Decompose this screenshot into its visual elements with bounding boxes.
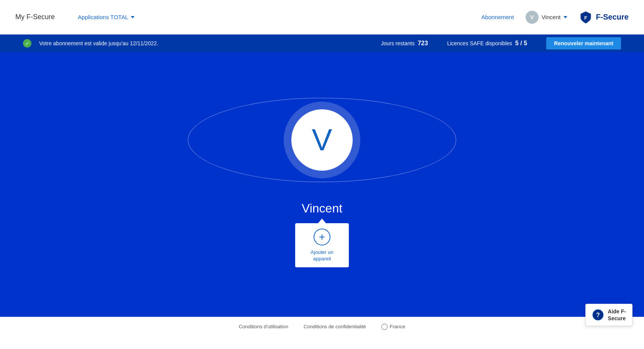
renew-button[interactable]: Renouveler maintenant <box>546 37 621 49</box>
orbit-container: V <box>184 86 460 194</box>
applications-label: Applications TOTAL <box>78 14 128 20</box>
fsecure-logo-text: F-Secure <box>596 13 629 21</box>
licences-label: Licences SAFE disponibles <box>447 40 512 46</box>
jours-label: Jours restants <box>381 40 415 46</box>
add-device-card[interactable]: + Ajouter un appareil <box>295 223 349 267</box>
footer-privacy[interactable]: Conditions de confidentialité <box>304 324 366 329</box>
main-content: V Vincent + Ajouter un appareil <box>0 52 644 317</box>
header-right: Abonnement V Vincent F F-Secure <box>481 10 629 24</box>
region-label: France <box>390 324 405 329</box>
licences-safe: Licences SAFE disponibles 5 / 5 <box>447 40 527 47</box>
help-label: Aide F- Secure <box>608 308 626 322</box>
globe-icon <box>381 324 388 330</box>
licences-value: 5 / 5 <box>515 40 527 47</box>
nav-abonnement[interactable]: Abonnement <box>481 14 514 20</box>
avatar-initial: V <box>530 14 534 20</box>
help-icon: ? <box>592 309 604 321</box>
fsecure-shield-icon: F <box>579 10 593 24</box>
validity-text: Votre abonnement est valide jusqu'au 12/… <box>39 40 158 46</box>
avatar-letter: V <box>312 125 332 155</box>
svg-text:F: F <box>585 15 588 21</box>
chevron-down-icon <box>131 16 135 18</box>
fsecure-logo: F F-Secure <box>579 10 629 24</box>
footer-region[interactable]: France <box>381 324 405 330</box>
subscription-bar: ✓ Votre abonnement est valide jusqu'au 1… <box>0 35 644 52</box>
avatar: V <box>526 11 539 24</box>
check-icon: ✓ <box>23 39 31 48</box>
footer: Conditions d'utilisation Conditions de c… <box>0 317 644 336</box>
footer-terms[interactable]: Conditions d'utilisation <box>239 324 288 329</box>
jours-value: 723 <box>418 40 428 47</box>
jours-restants: Jours restants 723 <box>381 40 428 47</box>
user-avatar-inner: V <box>291 109 353 171</box>
help-button[interactable]: ? Aide F- Secure <box>585 304 632 326</box>
user-name: Vincent <box>542 14 561 20</box>
add-device-label: Ajouter un appareil <box>310 249 333 262</box>
header-left: My F-Secure Applications TOTAL <box>15 13 135 21</box>
app-title: My F-Secure <box>15 13 55 21</box>
user-avatar-ring: V <box>284 102 360 178</box>
nav-applications[interactable]: Applications TOTAL <box>78 14 135 20</box>
user-display-name: Vincent <box>302 201 342 216</box>
header: My F-Secure Applications TOTAL Abonnemen… <box>0 0 644 35</box>
svg-text:?: ? <box>596 312 600 318</box>
user-chevron-down-icon <box>564 16 567 18</box>
user-menu[interactable]: V Vincent <box>526 11 568 24</box>
add-device-icon: + <box>314 229 330 245</box>
user-section: Vincent + Ajouter un appareil <box>295 201 349 267</box>
